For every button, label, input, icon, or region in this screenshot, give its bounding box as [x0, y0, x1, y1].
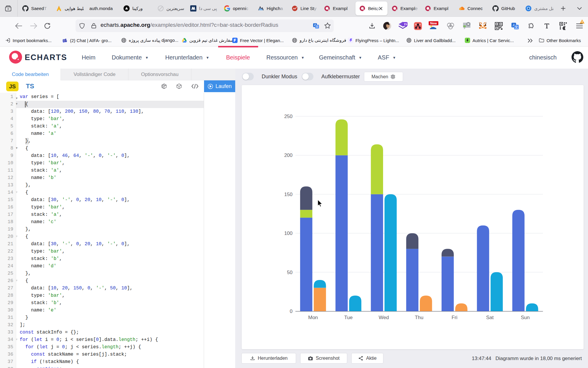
svg-text:文: 文: [514, 25, 518, 29]
svg-text:15: 15: [404, 22, 407, 26]
svg-text:New: New: [430, 21, 437, 25]
svg-text:T: T: [64, 39, 65, 42]
svg-text:文: 文: [316, 25, 319, 28]
